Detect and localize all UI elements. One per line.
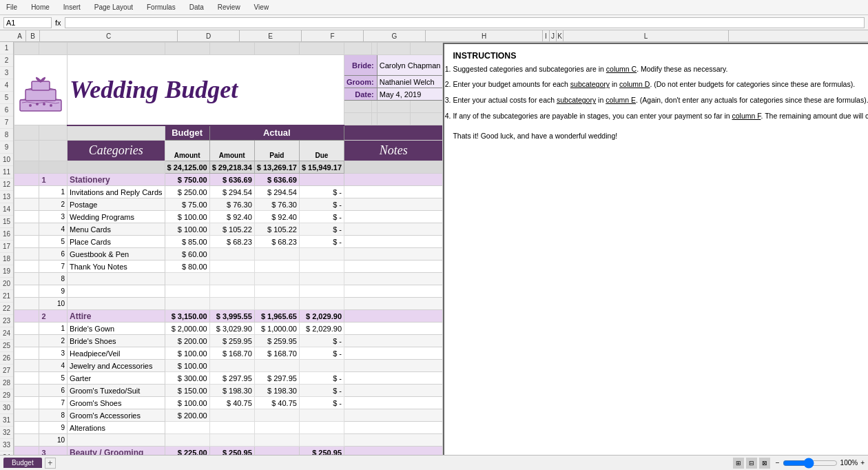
page-break-icon[interactable]: ⊠ bbox=[759, 458, 770, 469]
sub-budget-11: $ 250.00 bbox=[165, 186, 209, 198]
cell-a18 bbox=[14, 273, 39, 285]
bottom-right: ⊞ ⊟ ⊠ − 100% + bbox=[733, 458, 865, 469]
actual-header: Actual bbox=[209, 125, 344, 141]
table-row: INSTRUCTIONS Suggested categories and su… bbox=[14, 43, 869, 55]
sub-paid-23: $ 259.95 bbox=[254, 335, 299, 347]
svg-point-3 bbox=[29, 104, 32, 107]
layout-view-icon[interactable]: ⊟ bbox=[746, 458, 757, 469]
row-9: 9 bbox=[0, 141, 13, 154]
sub-budget-20 bbox=[165, 298, 209, 310]
normal-view-icon[interactable]: ⊞ bbox=[733, 458, 744, 469]
bride-label: Bride: bbox=[344, 55, 378, 76]
sub-actual-20 bbox=[209, 298, 254, 310]
instructions-title: INSTRUCTIONS bbox=[453, 50, 868, 63]
sub-num-13: 3 bbox=[39, 211, 68, 223]
sub-actual-23: $ 259.95 bbox=[209, 335, 254, 347]
cell-a7 bbox=[14, 125, 39, 141]
sub-notes-31 bbox=[344, 434, 443, 447]
zoom-slider[interactable] bbox=[783, 458, 838, 469]
col-g-header: G bbox=[364, 30, 426, 41]
cell-d1 bbox=[165, 43, 209, 55]
name-box[interactable] bbox=[3, 17, 52, 28]
date-value: May 4, 2019 bbox=[377, 88, 443, 101]
sub-num-29: 8 bbox=[39, 409, 68, 422]
row-10: 10 bbox=[0, 154, 13, 166]
sub-paid-29 bbox=[254, 409, 299, 422]
col-b-header: B bbox=[26, 30, 40, 41]
cell-f1 bbox=[254, 43, 299, 55]
total-budget: $ 24,125.00 bbox=[165, 161, 209, 174]
cell-a17 bbox=[14, 260, 39, 273]
sub-label-24: Headpiece/Veil bbox=[68, 347, 165, 360]
sub-budget-26: $ 300.00 bbox=[165, 372, 209, 385]
instructions-cell: INSTRUCTIONS Suggested categories and su… bbox=[443, 43, 868, 456]
sub-paid-18 bbox=[254, 273, 299, 285]
ribbon-view[interactable]: View bbox=[251, 2, 272, 12]
sub-paid-27: $ 198.30 bbox=[254, 385, 299, 397]
ribbon-data[interactable]: Data bbox=[187, 2, 207, 12]
ribbon-home[interactable]: Home bbox=[28, 2, 52, 12]
svg-point-6 bbox=[50, 104, 52, 107]
cell-a1 bbox=[14, 43, 39, 55]
sub-num-17: 7 bbox=[39, 260, 68, 273]
sub-due-28: $ - bbox=[299, 397, 344, 409]
cell-a21 bbox=[14, 310, 39, 323]
cell-a10 bbox=[14, 174, 39, 186]
sub-paid-31 bbox=[254, 434, 299, 447]
cell-a16 bbox=[14, 248, 39, 260]
cell-i6 bbox=[372, 113, 378, 125]
cell-c1 bbox=[68, 43, 165, 55]
ribbon-review[interactable]: Review bbox=[215, 2, 243, 12]
row-27: 27 bbox=[0, 365, 13, 377]
sub-due-31 bbox=[299, 434, 344, 447]
formula-input[interactable] bbox=[65, 17, 865, 28]
row-29: 29 bbox=[0, 389, 13, 402]
categories-header: Categories bbox=[68, 141, 165, 161]
sub-num-19: 9 bbox=[39, 285, 68, 298]
sub-actual-24: $ 168.70 bbox=[209, 347, 254, 360]
row-13: 13 bbox=[0, 191, 13, 203]
ribbon-insert[interactable]: Insert bbox=[61, 2, 83, 12]
sub-num-12: 2 bbox=[39, 198, 68, 211]
sub-actual-15: $ 68.23 bbox=[209, 236, 254, 248]
sub-budget-24: $ 100.00 bbox=[165, 347, 209, 360]
cell-a30 bbox=[14, 422, 39, 434]
ribbon-file[interactable]: File bbox=[3, 2, 20, 12]
cell-a29 bbox=[14, 409, 39, 422]
stationery-paid: $ 636.69 bbox=[254, 174, 299, 186]
sub-label-15: Place Cards bbox=[68, 236, 165, 248]
row-31: 31 bbox=[0, 414, 13, 427]
sub-budget-22: $ 2,000.00 bbox=[165, 323, 209, 335]
ribbon-pagelayout[interactable]: Page Layout bbox=[92, 2, 136, 12]
sub-due-27: $ - bbox=[299, 385, 344, 397]
stationery-actual: $ 636.69 bbox=[209, 174, 254, 186]
row-20: 20 bbox=[0, 278, 13, 290]
sub-label-31 bbox=[68, 434, 165, 447]
sub-due-25 bbox=[299, 360, 344, 372]
row-16: 16 bbox=[0, 228, 13, 241]
row-22: 22 bbox=[0, 303, 13, 315]
zoom-out-button[interactable]: − bbox=[776, 459, 780, 467]
row-1: 1 bbox=[0, 42, 13, 54]
sub-num-30: 9 bbox=[39, 422, 68, 434]
col-headers: A B C D E F G H I J K L bbox=[0, 30, 868, 42]
row-24: 24 bbox=[0, 327, 13, 340]
budget-tab[interactable]: Budget bbox=[3, 458, 42, 468]
zoom-in-button[interactable]: + bbox=[860, 459, 865, 467]
add-sheet-button[interactable]: + bbox=[45, 458, 56, 469]
ribbon-formulas[interactable]: Formulas bbox=[144, 2, 178, 12]
logo-cell bbox=[14, 55, 68, 125]
row-33: 33 bbox=[0, 439, 13, 451]
row-25: 25 bbox=[0, 340, 13, 352]
sub-budget-28: $ 100.00 bbox=[165, 397, 209, 409]
cell-h9 bbox=[344, 161, 443, 174]
cell-c7 bbox=[68, 125, 165, 141]
cell-a14 bbox=[14, 223, 39, 236]
sub-budget-29: $ 200.00 bbox=[165, 409, 209, 422]
sub-due-13: $ - bbox=[299, 211, 344, 223]
cell-a19 bbox=[14, 285, 39, 298]
attire-due: $ 2,029.90 bbox=[299, 310, 344, 323]
sub-notes-12 bbox=[344, 198, 443, 211]
cell-c9 bbox=[68, 161, 165, 174]
stationery-num: 1 bbox=[39, 174, 68, 186]
